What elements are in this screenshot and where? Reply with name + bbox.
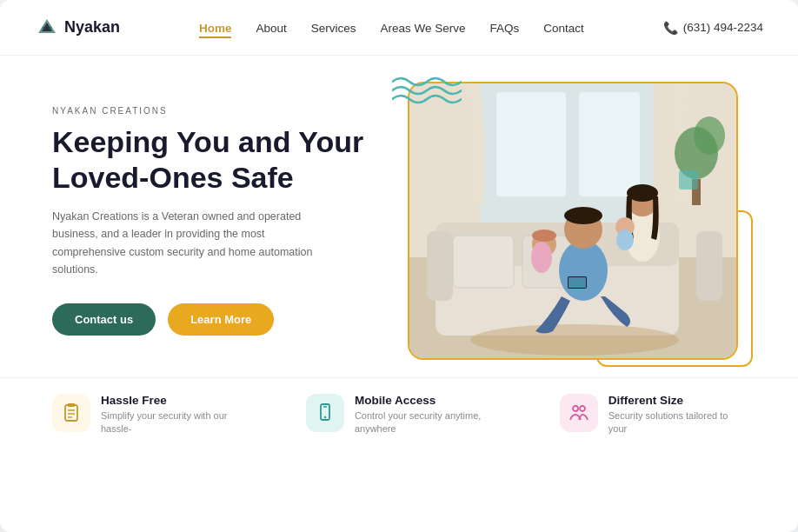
- svg-point-37: [324, 416, 326, 418]
- svg-point-19: [564, 207, 602, 224]
- hero-image: [408, 82, 738, 360]
- mobile-access-text: Mobile Access Control your security anyt…: [355, 394, 508, 436]
- logo-icon: [35, 16, 59, 40]
- svg-point-26: [532, 229, 556, 242]
- hero-tag: Nyakan Creations: [52, 106, 366, 116]
- nav-item-home[interactable]: Home: [199, 20, 232, 36]
- hassle-free-icon-wrap: [52, 394, 90, 432]
- mobile-icon: [315, 402, 336, 423]
- svg-point-1: [50, 26, 52, 29]
- logo-text: Nyakan: [64, 18, 120, 37]
- hero-buttons: Contact us Learn More: [52, 303, 366, 336]
- phone-icon: 📞: [663, 21, 678, 35]
- nav-item-faqs[interactable]: FAQs: [490, 20, 520, 36]
- nav-item-about[interactable]: About: [256, 20, 286, 36]
- svg-point-39: [573, 406, 578, 411]
- learn-more-button[interactable]: Learn More: [168, 303, 274, 336]
- svg-point-17: [559, 240, 608, 301]
- svg-point-16: [470, 324, 679, 356]
- hassle-free-text: Hassle Free Simplify your security with …: [101, 394, 254, 436]
- feature-hassle-free: Hassle Free Simplify your security with …: [52, 394, 254, 436]
- svg-rect-13: [696, 231, 722, 301]
- mobile-access-icon-wrap: [306, 394, 344, 432]
- nav-item-contact[interactable]: Contact: [543, 20, 584, 36]
- phone-number[interactable]: 📞 (631) 494-2234: [663, 21, 763, 35]
- svg-point-40: [580, 406, 585, 411]
- features-bar: Hassle Free Simplify your security with …: [0, 377, 798, 452]
- svg-rect-31: [65, 405, 77, 421]
- svg-rect-5: [579, 92, 640, 196]
- svg-rect-12: [427, 231, 453, 301]
- contact-us-button[interactable]: Contact us: [52, 303, 156, 336]
- svg-point-27: [531, 242, 552, 273]
- nav-item-services[interactable]: Services: [311, 20, 356, 36]
- svg-point-24: [627, 184, 658, 202]
- svg-point-7: [694, 116, 725, 155]
- hero-content: Nyakan Creations Keeping You and Your Lo…: [52, 106, 366, 336]
- hero-image-section: [401, 82, 746, 360]
- svg-rect-32: [68, 403, 75, 407]
- feature-mobile-access: Mobile Access Control your security anyt…: [306, 394, 508, 436]
- logo[interactable]: Nyakan: [35, 16, 120, 40]
- svg-rect-21: [569, 277, 586, 288]
- hero-description: Nyakan Creations is a Veteran owned and …: [52, 208, 330, 280]
- nav-item-areas[interactable]: Areas We Serve: [380, 20, 465, 36]
- clipboard-icon: [61, 402, 82, 423]
- different-size-icon-wrap: [560, 394, 598, 432]
- feature-different-size: Different Size Security solutions tailor…: [560, 394, 746, 436]
- family-scene-svg: [409, 83, 738, 360]
- different-size-text: Different Size Security solutions tailor…: [608, 394, 746, 436]
- svg-point-29: [616, 229, 634, 250]
- svg-rect-14: [453, 236, 514, 288]
- people-icon: [569, 402, 589, 423]
- svg-rect-4: [496, 92, 566, 196]
- svg-point-0: [43, 26, 45, 29]
- wave-decoration-icon: [392, 73, 462, 108]
- svg-rect-30: [679, 170, 698, 190]
- hero-title: Keeping You and Your Loved-Ones Safe: [52, 124, 366, 196]
